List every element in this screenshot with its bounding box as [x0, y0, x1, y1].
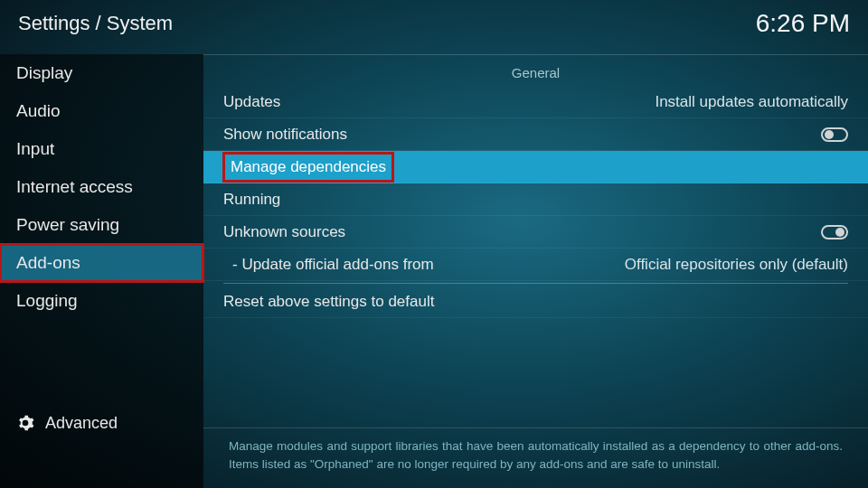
- toggle-switch[interactable]: [821, 127, 848, 142]
- setting-label: Reset above settings to default: [223, 293, 434, 311]
- sidebar-item-power-saving[interactable]: Power saving: [0, 206, 203, 244]
- setting-label: - Update official add-ons from: [232, 256, 434, 274]
- setting-label: Unknown sources: [223, 223, 345, 241]
- setting-value: Official repositories only (default): [625, 256, 848, 274]
- settings-sidebar: DisplayAudioInputInternet accessPower sa…: [0, 54, 203, 488]
- setting-label: Running: [223, 191, 280, 209]
- settings-level-label: Advanced: [45, 414, 118, 433]
- sidebar-item-audio[interactable]: Audio: [0, 92, 203, 130]
- setting-description: Manage modules and support libraries tha…: [203, 427, 868, 489]
- sidebar-item-label: Audio: [16, 101, 61, 121]
- setting-reset-above-settings-to-default[interactable]: Reset above settings to default: [203, 286, 868, 318]
- sidebar-item-label: Logging: [16, 291, 78, 311]
- setting-label: Updates: [223, 93, 280, 111]
- sidebar-item-logging[interactable]: Logging: [0, 282, 203, 320]
- settings-main-panel: General UpdatesInstall updates automatic…: [203, 54, 868, 434]
- sidebar-item-label: Add-ons: [16, 253, 80, 273]
- setting-updates[interactable]: UpdatesInstall updates automatically: [203, 86, 868, 118]
- toggle-knob: [835, 228, 844, 237]
- toggle-knob: [825, 130, 834, 139]
- settings-level-toggle[interactable]: Advanced: [0, 403, 203, 443]
- setting-label: Show notifications: [223, 126, 347, 144]
- setting-unknown-sources[interactable]: Unknown sources: [203, 216, 868, 249]
- clock: 6:26 PM: [756, 9, 850, 38]
- section-header: General: [203, 54, 868, 86]
- sidebar-item-add-ons[interactable]: Add-ons: [0, 244, 203, 282]
- setting-running[interactable]: Running: [203, 183, 868, 216]
- setting-update-official-add-ons-from[interactable]: - Update official add-ons fromOfficial r…: [203, 249, 868, 281]
- breadcrumb: Settings / System: [18, 12, 173, 35]
- sidebar-item-label: Input: [16, 139, 54, 159]
- setting-manage-dependencies[interactable]: Manage dependencies: [203, 151, 868, 183]
- sidebar-item-internet-access[interactable]: Internet access: [0, 168, 203, 206]
- settings-divider: [223, 283, 848, 284]
- setting-label: Manage dependencies: [231, 158, 386, 175]
- sidebar-item-display[interactable]: Display: [0, 54, 203, 92]
- toggle-switch[interactable]: [821, 225, 848, 239]
- setting-show-notifications[interactable]: Show notifications: [203, 118, 868, 151]
- sidebar-item-input[interactable]: Input: [0, 130, 203, 168]
- sidebar-item-label: Display: [16, 63, 72, 83]
- sidebar-item-label: Power saving: [16, 215, 119, 235]
- gear-icon: [16, 414, 34, 432]
- highlight-box: Manage dependencies: [223, 153, 393, 182]
- sidebar-item-label: Internet access: [16, 177, 133, 197]
- setting-value: Install updates automatically: [655, 93, 848, 111]
- header-bar: Settings / System 6:26 PM: [0, 0, 868, 47]
